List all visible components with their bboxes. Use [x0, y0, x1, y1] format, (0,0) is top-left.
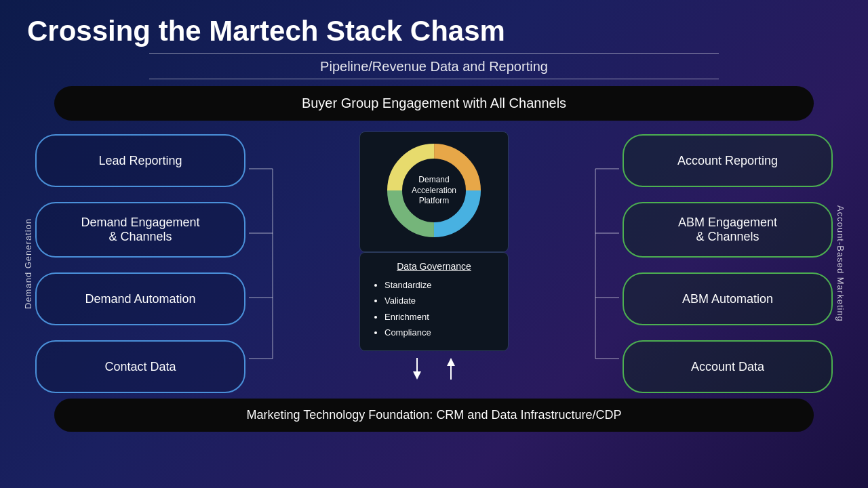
- right-side-label: Account-Based Marketing: [833, 131, 848, 396]
- left-bracket: [245, 131, 279, 396]
- svg-marker-11: [413, 371, 421, 380]
- content-area: Demand Generation Lead Reporting Demand …: [0, 131, 868, 396]
- footer-bar: Marketing Technology Foundation: CRM and…: [54, 399, 814, 432]
- account-reporting-box: Account Reporting: [623, 134, 833, 187]
- main-title: Crossing the Martech Stack Chasm: [0, 0, 868, 53]
- governance-item-2: Validate: [384, 293, 497, 308]
- governance-item-1: Standardize: [384, 277, 497, 293]
- governance-card: Data Governance Standardize Validate Enr…: [359, 252, 509, 351]
- right-bracket: [589, 131, 623, 396]
- arrows-container: [410, 357, 458, 381]
- center-column: Demand Acceleration Platform Data Govern…: [279, 131, 589, 396]
- demand-automation-box: Demand Automation: [35, 272, 245, 325]
- governance-title: Data Governance: [371, 261, 497, 272]
- left-bracket-svg: [245, 138, 279, 389]
- divider-1: [149, 53, 719, 54]
- donut-label: Demand Acceleration Platform: [407, 175, 461, 207]
- svg-marker-13: [447, 358, 455, 366]
- donut-card: Demand Acceleration Platform: [359, 131, 509, 252]
- arrow-down: [410, 357, 424, 381]
- divider-2: [149, 79, 719, 79]
- donut-chart: Demand Acceleration Platform: [387, 143, 481, 238]
- abm-automation-box: ABM Automation: [623, 272, 833, 325]
- demand-engagement-box: Demand Engagement & Channels: [35, 202, 245, 258]
- account-data-box: Account Data: [623, 340, 833, 393]
- right-column: Account Reporting ABM Engagement & Chann…: [623, 131, 833, 396]
- contact-data-box: Contact Data: [35, 340, 245, 393]
- left-side-label: Demand Generation: [20, 131, 35, 396]
- governance-list: Standardize Validate Enrichment Complian…: [371, 277, 497, 341]
- right-bracket-svg: [589, 138, 623, 389]
- lead-reporting-box: Lead Reporting: [35, 134, 245, 187]
- subtitle: Pipeline/Revenue Data and Reporting: [0, 59, 868, 75]
- arrow-up: [444, 357, 458, 381]
- governance-item-4: Compliance: [384, 325, 497, 340]
- left-column: Lead Reporting Demand Engagement & Chann…: [35, 131, 245, 396]
- governance-item-3: Enrichment: [384, 309, 497, 325]
- buyer-group-bar: Buyer Group Engagement with All Channels: [54, 86, 814, 121]
- abm-engagement-box: ABM Engagement & Channels: [623, 202, 833, 258]
